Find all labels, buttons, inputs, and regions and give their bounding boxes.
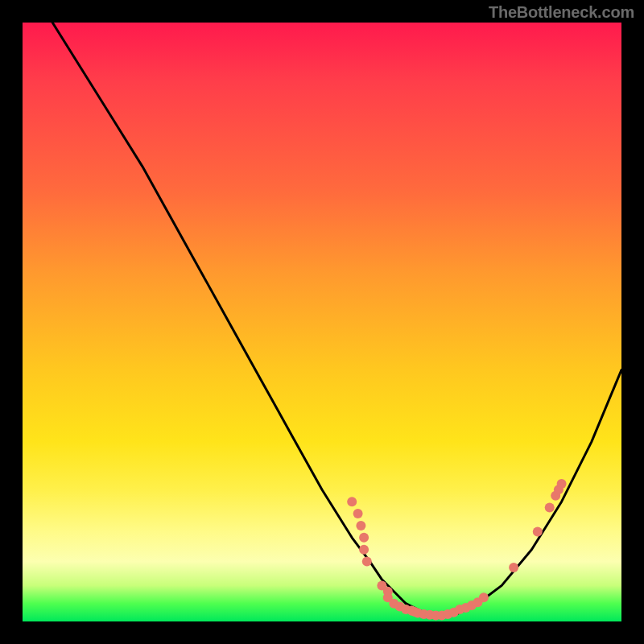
data-marker <box>557 479 567 489</box>
chart-container: TheBottleneck.com <box>0 0 644 644</box>
data-marker <box>359 533 369 543</box>
bottleneck-curve <box>52 23 621 616</box>
data-marker <box>347 497 357 506</box>
plot-area <box>23 23 621 621</box>
data-marker <box>509 563 518 572</box>
data-marker <box>545 503 555 513</box>
watermark-text: TheBottleneck.com <box>489 3 634 22</box>
data-marker <box>356 521 365 530</box>
data-marker <box>362 557 372 567</box>
curve-svg <box>23 23 621 621</box>
data-marker <box>359 545 369 555</box>
data-marker <box>533 526 543 536</box>
data-marker <box>353 509 363 518</box>
data-marker <box>479 592 489 602</box>
marker-group <box>347 479 566 621</box>
